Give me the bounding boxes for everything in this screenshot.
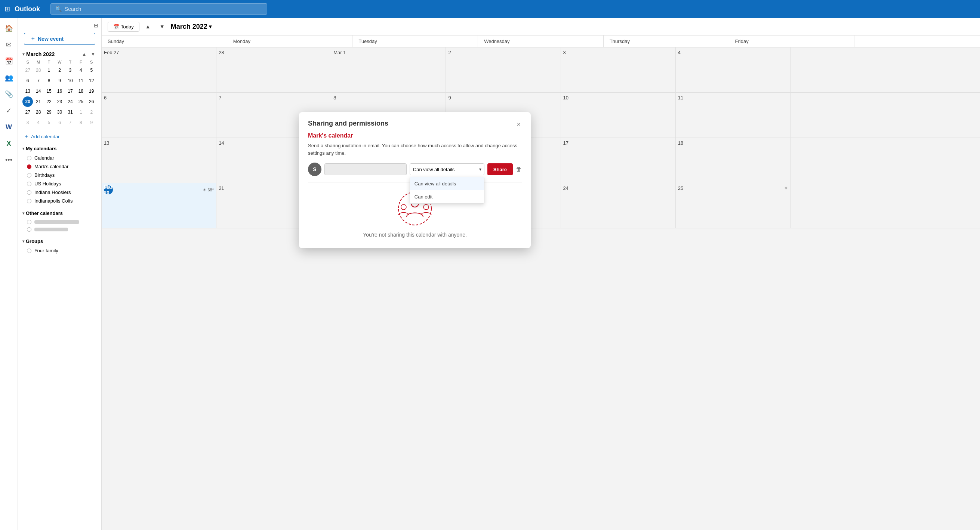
mini-cal-title[interactable]: March 2022 <box>26 51 54 57</box>
sidebar-item-home[interactable]: 🏠 <box>2 21 16 36</box>
day-cell[interactable]: 10 <box>561 93 676 138</box>
mini-cal-day[interactable]: 4 <box>33 117 43 128</box>
search-box[interactable]: 🔍 <box>51 3 267 14</box>
mini-cal-day[interactable]: 9 <box>86 117 97 128</box>
day-cell[interactable]: Feb 27 <box>102 48 216 92</box>
mini-cal-day[interactable]: 16 <box>54 86 65 96</box>
modal-close-button[interactable]: × <box>515 119 522 129</box>
day-cell[interactable]: 6 <box>102 93 216 138</box>
my-calendars-header[interactable]: ▾ My calendars <box>18 143 101 154</box>
mini-cal-day[interactable]: 7 <box>33 75 43 86</box>
mini-cal-day[interactable]: 8 <box>75 117 86 128</box>
sidebar-item-more[interactable]: ••• <box>2 153 16 167</box>
day-cell[interactable]: 17 <box>561 138 676 183</box>
day-cell[interactable] <box>791 48 905 92</box>
day-cell[interactable]: 11 <box>676 93 791 138</box>
mini-cal-next[interactable]: ▼ <box>89 51 97 57</box>
mini-cal-day[interactable]: 23 <box>54 96 65 107</box>
mini-cal-day[interactable]: 6 <box>54 117 65 128</box>
sidebar-item-todo[interactable]: ✓ <box>2 103 16 118</box>
mini-cal-day[interactable]: 2 <box>86 107 97 117</box>
mini-cal-day[interactable]: 8 <box>44 75 54 86</box>
dropdown-item-view-all[interactable]: Can view all details <box>410 177 484 190</box>
mini-cal-day[interactable]: 30 <box>54 107 65 117</box>
mini-cal-day[interactable]: 25 <box>75 96 86 107</box>
collapse-sidebar-btn[interactable]: ⊟ <box>94 22 98 29</box>
mini-cal-day[interactable]: 18 <box>75 86 86 96</box>
mini-cal-day[interactable]: 7 <box>65 117 75 128</box>
sidebar-item-excel[interactable]: X <box>2 136 16 151</box>
day-cell[interactable] <box>791 183 905 228</box>
sidebar-item-other-1[interactable] <box>18 218 101 226</box>
sidebar-item-mail[interactable]: ✉ <box>2 37 16 53</box>
add-calendar-btn[interactable]: ＋ Add calendar <box>18 131 101 142</box>
mini-cal-day[interactable]: 19 <box>86 86 97 96</box>
mini-cal-day[interactable]: 1 <box>75 107 86 117</box>
sidebar-item-attach[interactable]: 📎 <box>2 87 16 102</box>
permission-select[interactable]: Can view all details Can edit <box>410 163 484 175</box>
mini-cal-day[interactable]: 5 <box>86 65 97 75</box>
delete-icon-button[interactable]: 🗑 <box>516 166 522 173</box>
day-cell[interactable] <box>791 93 905 138</box>
share-email-input[interactable] <box>325 163 407 175</box>
mini-cal-day[interactable]: 27 <box>22 65 33 75</box>
mini-cal-day[interactable]: 4 <box>75 65 86 75</box>
sidebar-item-word[interactable]: W <box>2 119 16 135</box>
sidebar-item-indianapolis-colts[interactable]: Indianapolis Colts <box>18 197 101 205</box>
mini-cal-day[interactable]: 10 <box>65 75 75 86</box>
mini-cal-day[interactable]: 11 <box>75 75 86 86</box>
dropdown-item-can-edit[interactable]: Can edit <box>410 190 484 203</box>
waffle-icon[interactable]: ⊞ <box>5 5 10 13</box>
mini-cal-day[interactable]: 14 <box>33 86 43 96</box>
mini-cal-day[interactable]: 2 <box>54 65 65 75</box>
mini-cal-day[interactable]: 17 <box>65 86 75 96</box>
mini-cal-day[interactable]: 12 <box>86 75 97 86</box>
sidebar-item-calendar-item[interactable]: Calendar <box>18 154 101 162</box>
mini-cal-day[interactable]: 9 <box>54 75 65 86</box>
mini-cal-day[interactable]: 1 <box>44 65 54 75</box>
mini-cal-collapse[interactable]: ▾ <box>22 52 25 57</box>
sidebar-item-marks-calendar[interactable]: Mark's calendar <box>18 162 101 171</box>
sidebar-item-indiana-hoosiers[interactable]: Indiana Hoosiers <box>18 188 101 197</box>
mini-cal-day[interactable]: 28 <box>33 107 43 117</box>
month-label[interactable]: March 2022 ▾ <box>171 23 212 31</box>
day-cell[interactable]: 25 ☀ <box>676 183 791 228</box>
next-month-button[interactable]: ▼ <box>157 21 168 32</box>
mini-cal-day[interactable]: 27 <box>22 107 33 117</box>
mini-cal-day[interactable]: 20 <box>22 96 33 107</box>
mini-cal-day[interactable]: 6 <box>22 75 33 86</box>
mini-cal-day[interactable]: 31 <box>65 107 75 117</box>
sidebar-item-your-family[interactable]: Your family <box>18 246 101 255</box>
mini-cal-day[interactable]: 3 <box>65 65 75 75</box>
day-cell[interactable]: 28 <box>216 48 331 92</box>
day-cell[interactable] <box>791 138 905 183</box>
mini-cal-day[interactable]: 15 <box>44 86 54 96</box>
day-cell-today[interactable]: Mar 20 ☀ 68° <box>102 183 216 228</box>
mini-cal-day[interactable]: 13 <box>22 86 33 96</box>
sidebar-item-other-2[interactable] <box>18 226 101 233</box>
search-input[interactable] <box>65 6 262 12</box>
sidebar-item-us-holidays[interactable]: US Holidays <box>18 180 101 188</box>
prev-month-button[interactable]: ▲ <box>142 21 154 32</box>
mini-cal-day[interactable]: 22 <box>44 96 54 107</box>
day-cell[interactable]: 18 <box>676 138 791 183</box>
today-button[interactable]: 📅 Today <box>108 22 139 32</box>
sidebar-item-people[interactable]: 👥 <box>2 70 16 85</box>
other-calendars-header[interactable]: ▾ Other calendars <box>18 208 101 218</box>
groups-header[interactable]: ▾ Groups <box>18 236 101 246</box>
day-cell[interactable]: 24 <box>561 183 676 228</box>
mini-cal-day[interactable]: 29 <box>44 107 54 117</box>
mini-cal-prev[interactable]: ▲ <box>80 51 88 57</box>
mini-cal-day[interactable]: 24 <box>65 96 75 107</box>
day-cell[interactable]: 3 <box>561 48 676 92</box>
share-button[interactable]: Share <box>487 163 513 175</box>
mini-cal-day[interactable]: 21 <box>33 96 43 107</box>
mini-cal-day[interactable]: 26 <box>86 96 97 107</box>
day-cell[interactable]: 2 <box>446 48 561 92</box>
day-cell[interactable]: 13 <box>102 138 216 183</box>
new-event-button[interactable]: ＋ New event <box>24 33 95 45</box>
mini-cal-day[interactable]: 3 <box>22 117 33 128</box>
mini-cal-day[interactable]: 5 <box>44 117 54 128</box>
mini-cal-day[interactable]: 28 <box>33 65 43 75</box>
day-cell[interactable]: 4 <box>676 48 791 92</box>
